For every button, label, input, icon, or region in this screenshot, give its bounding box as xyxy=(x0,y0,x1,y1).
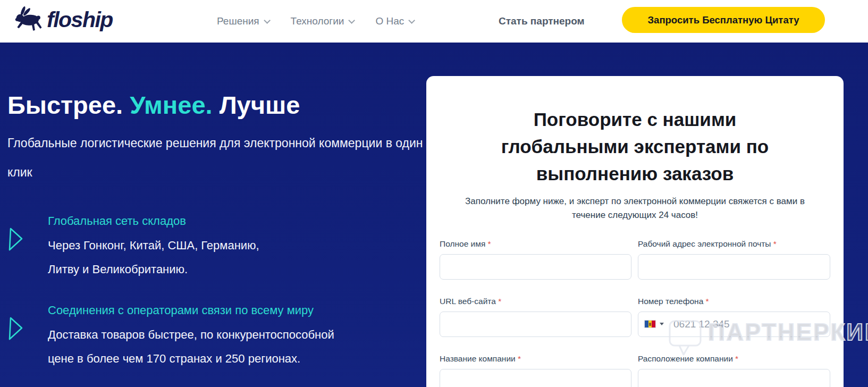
nav-item-technologies[interactable]: Технологии xyxy=(291,15,353,27)
arrow-right-icon xyxy=(9,227,23,254)
caret-down-icon xyxy=(660,323,664,325)
request-quote-button[interactable]: Запросить Бесплатную Цитату xyxy=(622,7,825,33)
field-website-url: URL веб-сайта * xyxy=(440,297,631,337)
rabbit-logo-icon xyxy=(14,5,45,34)
email-input[interactable] xyxy=(638,254,830,280)
phone-input[interactable] xyxy=(638,312,830,337)
arrow-right-icon xyxy=(9,316,23,343)
phone-label: Номер телефона * xyxy=(638,297,830,306)
form-fields: Полное имя * Рабочий адрес электронной п… xyxy=(440,239,830,387)
header: floship Решения Технологии О Нас Стать п… xyxy=(0,0,868,43)
form-title: Поговорите с нашими глобальными эксперта… xyxy=(440,106,830,187)
full-name-input[interactable] xyxy=(440,254,631,280)
become-partner-link[interactable]: Стать партнером xyxy=(499,0,585,43)
required-marker: * xyxy=(773,239,777,248)
field-full-name: Полное имя * xyxy=(440,239,631,280)
bullet-title: Соединения с операторами связи по всему … xyxy=(48,304,314,317)
website-url-label: URL веб-сайта * xyxy=(440,297,631,306)
email-label: Рабочий адрес электронной почты * xyxy=(638,239,830,249)
chevron-down-icon xyxy=(264,17,271,24)
bullet-body: Через Гонконг, Китай, США, Германию, Лит… xyxy=(48,233,259,281)
hero-title-accent: Умнее. xyxy=(130,91,212,119)
logo-text: floship xyxy=(47,7,113,32)
field-company-name: Название компании * xyxy=(440,354,631,387)
nav-item-solutions[interactable]: Решения xyxy=(217,15,268,27)
chevron-down-icon xyxy=(409,17,416,24)
required-marker: * xyxy=(706,297,709,306)
hero-title: Быстрее. Умнее. Лучше xyxy=(7,90,300,120)
chevron-down-icon xyxy=(349,17,356,24)
company-name-input[interactable] xyxy=(440,369,631,387)
company-location-label: Расположение компании * xyxy=(638,354,830,364)
required-marker: * xyxy=(735,354,738,363)
required-marker: * xyxy=(518,354,521,363)
field-phone: Номер телефона * xyxy=(638,297,830,337)
hero-subtitle: Глобальные логистические решения для эле… xyxy=(7,129,423,187)
required-marker: * xyxy=(488,239,491,248)
field-company-location: Расположение компании * xyxy=(638,354,830,387)
contact-form-card: Поговорите с нашими глобальными эксперта… xyxy=(426,76,844,387)
bullet-body: Доставка товаров быстрее, по конкурентос… xyxy=(48,323,334,371)
bullet-title: Глобальная сеть складов xyxy=(48,214,186,228)
website-url-input[interactable] xyxy=(440,312,631,337)
field-email: Рабочий адрес электронной почты * xyxy=(638,239,830,280)
main-nav: Решения Технологии О Нас xyxy=(217,0,413,43)
company-location-input[interactable] xyxy=(638,369,830,387)
phone-input-group xyxy=(638,312,830,337)
form-subtitle: Заполните форму ниже, и эксперт по элект… xyxy=(440,195,830,222)
moldova-flag-icon xyxy=(644,320,656,328)
logo[interactable]: floship xyxy=(14,5,113,34)
nav-item-about[interactable]: О Нас xyxy=(375,15,413,27)
required-marker: * xyxy=(498,297,501,306)
country-code-selector[interactable] xyxy=(644,320,664,328)
full-name-label: Полное имя * xyxy=(440,239,631,249)
page: floship Решения Технологии О Нас Стать п… xyxy=(0,0,868,387)
company-name-label: Название компании * xyxy=(440,354,631,364)
